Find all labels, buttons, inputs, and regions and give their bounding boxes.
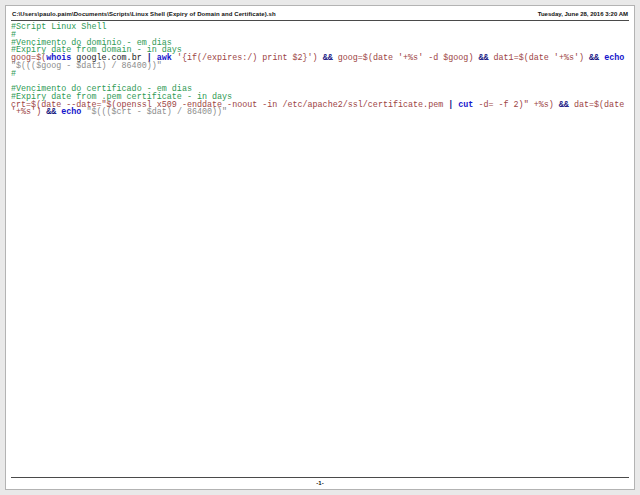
code-token-code: '{if(/expires:/) print $2}')	[172, 53, 323, 63]
code-token-operator: &&	[46, 107, 56, 117]
code-line: #	[11, 71, 629, 79]
code-token-keyword: cut	[458, 100, 473, 110]
code-token-operator: &&	[589, 53, 599, 63]
printed-page: C:\Users\paulo.paim\Documents\Scripts\Li…	[5, 5, 635, 490]
code-line: #Script Linux Shell	[11, 24, 629, 32]
file-path: C:\Users\paulo.paim\Documents\Scripts\Li…	[12, 11, 276, 18]
code-token-operator: &&	[559, 100, 569, 110]
page-number: -1-	[316, 480, 323, 486]
code-token-keyword: echo	[604, 53, 624, 63]
code-token-string: "$((($crt - $dat) / 86400))"	[86, 107, 227, 117]
code-token-code: '+%s')	[11, 107, 46, 117]
page-footer: -1-	[11, 477, 629, 486]
code-line: '+%s') && echo "$((($crt - $dat) / 86400…	[11, 109, 629, 117]
code-token-code: dat1=$(date '+%s')	[489, 53, 590, 63]
code-token-comment: #Script Linux Shell	[11, 22, 107, 32]
code-block: #Script Linux Shell##Vencimento do domin…	[11, 24, 629, 117]
code-token-string: "$((($goog - $dat1) / 86400))"	[11, 61, 162, 71]
code-token-keyword: echo	[61, 107, 81, 117]
print-date: Tuesday, June 28, 2016 3:20 AM	[538, 11, 628, 18]
page-header: C:\Users\paulo.paim\Documents\Scripts\Li…	[11, 10, 629, 21]
code-line: "$((($goog - $dat1) / 86400))"	[11, 63, 629, 71]
code-token-code: goog=$(date '+%s' -d $goog)	[333, 53, 479, 63]
document-canvas: { "header": { "file_path": "C:\\Users\\p…	[0, 0, 640, 495]
code-token-operator: &&	[478, 53, 488, 63]
code-token-code: -d= -f 2)" +%s)	[473, 100, 558, 110]
code-token-operator: &&	[323, 53, 333, 63]
code-token-code: dat=$(date	[569, 100, 624, 110]
